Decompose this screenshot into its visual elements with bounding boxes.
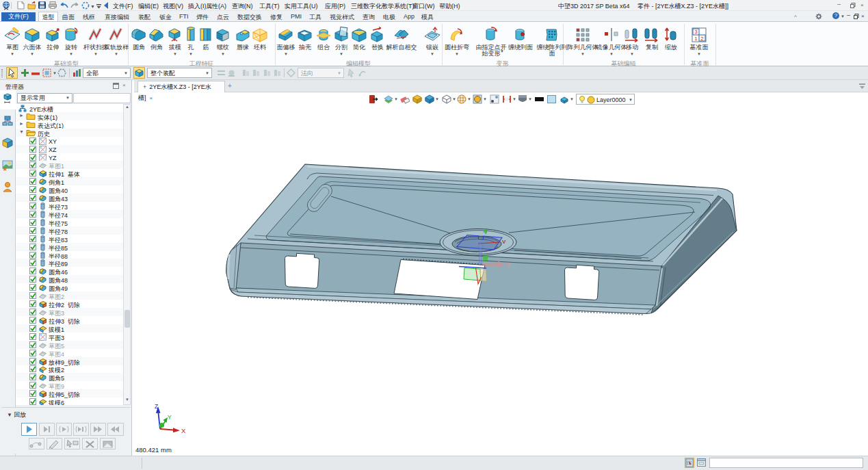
svg-text:X: X	[506, 261, 510, 268]
svg-text:Y: Y	[168, 414, 172, 421]
svg-text:2: 2	[700, 36, 704, 42]
svg-text:X: X	[181, 427, 186, 434]
svg-text:Z: Z	[155, 403, 158, 410]
svg-text:1: 1	[694, 36, 698, 42]
svg-text:3: 3	[694, 29, 698, 35]
svg-text:V: V	[502, 239, 506, 245]
